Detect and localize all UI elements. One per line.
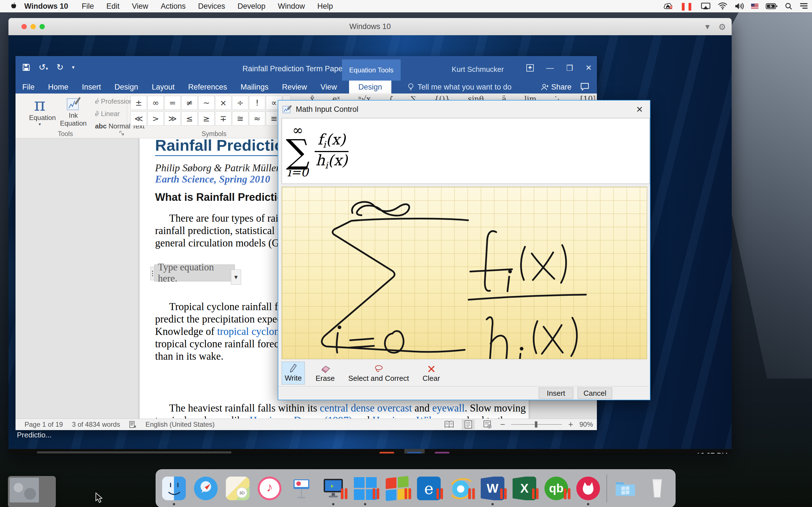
symbol-cell[interactable]: ∓ (215, 112, 232, 126)
zoom-slider[interactable] (511, 424, 562, 425)
tab-insert[interactable]: Insert (75, 80, 108, 94)
picture-in-picture-window[interactable] (8, 476, 56, 507)
tab-design[interactable]: Design (108, 80, 145, 94)
write-tool-button[interactable]: Write (282, 362, 305, 385)
dock-parallels-vm-win7[interactable] (320, 475, 347, 502)
menu-develop[interactable]: Develop (238, 2, 265, 11)
cancel-button[interactable]: Cancel (578, 388, 612, 399)
dock-parallels-access[interactable] (574, 475, 602, 502)
tab-home[interactable]: Home (42, 80, 75, 94)
spotlight-search-icon[interactable] (785, 0, 792, 12)
vm-titlebar[interactable]: Windows 10 ▼ ⚙ (8, 18, 732, 36)
print-layout-icon[interactable] (462, 419, 475, 430)
apple-icon[interactable] (10, 2, 17, 10)
equation-placeholder[interactable]: Type equation here. (154, 265, 235, 281)
read-mode-icon[interactable] (443, 419, 456, 430)
dock-itunes[interactable]: ♪ (256, 475, 283, 502)
tab-review[interactable]: Review (275, 80, 314, 94)
close-icon[interactable]: ✕ (585, 63, 592, 72)
equation-placeholder-dropdown[interactable]: ▼ (231, 270, 241, 285)
battery-icon[interactable] (766, 0, 777, 12)
wifi-icon[interactable] (718, 0, 727, 12)
volume-icon[interactable] (735, 0, 744, 12)
us-flag-icon[interactable] (751, 0, 758, 12)
clear-tool-button[interactable]: Clear (419, 363, 443, 385)
pause-icon[interactable]: ❚❚ (680, 0, 694, 12)
tools-dialog-launcher-icon[interactable] (119, 131, 124, 136)
tab-layout[interactable]: Layout (145, 80, 181, 94)
onenote-icon[interactable]: N (432, 449, 452, 453)
vm-gear-icon[interactable]: ⚙ (718, 22, 726, 32)
symbol-cell[interactable]: ÷ (232, 96, 248, 110)
menu-window[interactable]: Window (278, 2, 305, 11)
menu-devices[interactable]: Devices (198, 2, 225, 11)
symbol-cell[interactable]: = (164, 96, 181, 110)
menubar-app-name[interactable]: Windows 10 (24, 2, 68, 11)
symbol-cell[interactable]: ≠ (181, 96, 198, 110)
tell-me-box[interactable]: Tell me what you want to do (407, 80, 511, 94)
word-count[interactable]: 3 of 4834 words (72, 420, 120, 429)
vm-dropdown-icon[interactable]: ▼ (704, 22, 711, 31)
select-correct-tool-button[interactable]: Select and Correct (345, 363, 412, 385)
menu-edit[interactable]: Edit (106, 2, 119, 11)
dock-windows-10[interactable] (352, 475, 378, 502)
symbol-cell[interactable]: ~ (198, 96, 214, 110)
dock-quickbooks[interactable]: qb (543, 475, 570, 502)
share-button[interactable]: Share (541, 80, 571, 94)
menu-view[interactable]: View (132, 2, 148, 11)
internet-explorer-icon[interactable] (349, 449, 369, 453)
zoom-in-icon[interactable]: + (568, 420, 573, 429)
ribbon-display-options-icon[interactable] (526, 64, 534, 71)
symbol-cell[interactable]: ≈ (249, 112, 265, 126)
symbol-cell[interactable]: × (215, 96, 232, 110)
airplay-display-icon[interactable] (701, 0, 711, 12)
tab-mailings[interactable]: Mailings (234, 80, 275, 94)
dock-finder[interactable] (160, 475, 188, 502)
word-icon[interactable]: W (404, 449, 424, 453)
close-icon[interactable]: ✕ (636, 105, 643, 114)
taskbar-clock[interactable]: 12:37 PM 6/22/2016 (695, 451, 728, 454)
symbol-cell[interactable]: ± (131, 96, 147, 110)
dock-windows-xp[interactable] (384, 475, 410, 502)
zoom-out-icon[interactable]: − (500, 420, 505, 429)
taskbar-search[interactable]: Ask me anything (37, 452, 231, 454)
signed-in-user[interactable]: Kurt Schmucker (452, 65, 504, 74)
menu-file[interactable]: File (82, 2, 94, 11)
dock-excel[interactable]: X (511, 475, 538, 502)
handwriting-area[interactable] (282, 187, 647, 359)
symbol-cell[interactable]: ≥ (198, 112, 214, 126)
zoom-slider-thumb[interactable] (535, 421, 538, 428)
language-indicator[interactable]: English (United States) (146, 420, 214, 429)
tab-references[interactable]: References (181, 80, 234, 94)
comment-icon[interactable] (580, 83, 589, 91)
task-view-icon[interactable] (239, 449, 259, 453)
menu-actions[interactable]: Actions (161, 2, 186, 11)
dock-edge[interactable]: e (415, 475, 442, 502)
symbol-cell[interactable]: ≤ (181, 112, 198, 126)
tab-file[interactable]: File (15, 80, 42, 94)
insert-button[interactable]: Insert (539, 388, 573, 399)
math-input-control-dialog[interactable]: Math Input Control ✕ ∞ ∑ i=0 fi(x) hi(x) (278, 100, 651, 400)
linear-button[interactable]: ℯ̌ Linear (95, 110, 120, 118)
dock-internet-explorer[interactable] (447, 475, 474, 502)
file-explorer-icon[interactable] (294, 449, 314, 453)
symbol-cell[interactable]: ∞ (147, 96, 164, 110)
tab-view[interactable]: View (314, 80, 344, 94)
symbol-cell[interactable]: > (147, 112, 164, 126)
hyperlink[interactable]: eyewall (432, 402, 465, 414)
ink-equation-button[interactable]: Ink Equation (58, 96, 89, 127)
dock-trash[interactable] (644, 475, 671, 502)
parallels-home-icon[interactable] (663, 0, 673, 12)
symbol-cell[interactable]: ≪ (131, 112, 147, 126)
dock-maps[interactable]: 3D (224, 475, 251, 502)
maximize-icon[interactable]: ❐ (566, 64, 573, 72)
store-icon[interactable] (321, 449, 342, 453)
start-button[interactable] (17, 452, 34, 454)
edge-icon[interactable]: e (266, 449, 287, 453)
tab-equation-design-active[interactable]: Design (349, 80, 391, 94)
minimize-icon[interactable]: — (546, 64, 554, 72)
symbol-cell[interactable]: ≫ (164, 112, 181, 126)
proofing-icon[interactable] (129, 420, 137, 429)
dock-safari[interactable] (192, 475, 219, 502)
dock-keynote[interactable] (288, 475, 315, 502)
